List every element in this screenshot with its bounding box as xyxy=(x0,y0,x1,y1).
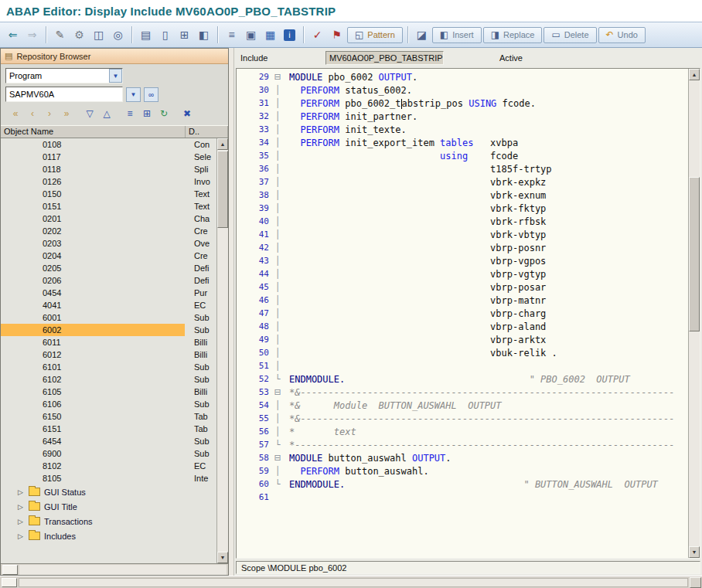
code-line[interactable]: 53⊟*&-----------------------------------… xyxy=(237,386,688,399)
window-hscrollbar[interactable] xyxy=(0,576,702,588)
tree-item-includes[interactable]: ▷Includes xyxy=(1,529,216,543)
editor-scrollbar-thumb[interactable] xyxy=(689,177,700,331)
code-line[interactable]: 42│ vbrp-posnr xyxy=(237,241,688,254)
table-row[interactable]: 6102Sub xyxy=(1,373,216,386)
expander-icon[interactable]: ▷ xyxy=(18,488,25,496)
object-name-cell[interactable]: 0150 xyxy=(1,188,185,200)
object-name-cell[interactable]: 6106 xyxy=(1,398,185,410)
table-row[interactable]: 0151Text xyxy=(1,200,216,212)
object-name-cell[interactable]: 0126 xyxy=(1,175,185,188)
table-row[interactable]: 0204Cre xyxy=(1,250,216,262)
code-line[interactable]: 29⊟MODULE pbo_6002 OUTPUT. xyxy=(237,70,688,83)
editor-scroll-up-icon[interactable]: ▲ xyxy=(689,69,700,80)
code-line[interactable]: 32│ PERFORM init_partner. xyxy=(237,110,688,123)
object-name-cell[interactable]: 6001 xyxy=(1,311,185,324)
table-row[interactable]: 6106Sub xyxy=(1,398,216,410)
code-line[interactable]: 51│ xyxy=(237,359,688,372)
object-name-cell[interactable]: 0204 xyxy=(1,250,185,262)
settings-button[interactable]: ⚙ xyxy=(70,25,88,44)
object-name-cell[interactable]: 4041 xyxy=(1,299,185,311)
copy-button[interactable]: ◫ xyxy=(90,25,107,44)
code-line[interactable]: 50│ vbuk-relik . xyxy=(237,346,688,359)
object-name-cell[interactable]: 8102 xyxy=(1,460,185,472)
code-line[interactable]: 38│ vbrk-exnum xyxy=(237,189,688,202)
syntax-check-button[interactable]: ✓ xyxy=(308,25,326,44)
table-row[interactable]: 0454Pur xyxy=(1,287,216,299)
measure-button[interactable]: ▯ xyxy=(156,25,174,44)
object-name-cell[interactable]: 0203 xyxy=(1,237,185,250)
object-name-cell[interactable]: 6454 xyxy=(1,435,185,447)
next-page-button[interactable]: › xyxy=(41,106,58,121)
hscrollbar-track[interactable] xyxy=(19,565,227,575)
replace-button[interactable]: ◨Replace xyxy=(483,27,543,43)
object-name-cell[interactable]: 0151 xyxy=(1,200,185,212)
display-change-button[interactable]: ✎ xyxy=(51,25,69,44)
table-row[interactable]: 8105Inte xyxy=(1,472,216,484)
code-line[interactable]: 30│ PERFORM status_6002. xyxy=(237,83,688,97)
code-line[interactable]: 56│* text xyxy=(237,425,688,438)
fold-collapse-icon[interactable]: ⊟ xyxy=(272,387,283,397)
code-line[interactable]: 43│ vbrp-vgpos xyxy=(237,254,688,267)
table-row[interactable]: 0201Cha xyxy=(1,212,216,225)
column-header-object-name[interactable]: Object Name xyxy=(1,126,186,138)
concatenate-button[interactable]: ◪ xyxy=(413,25,431,44)
table-row[interactable]: 6150Tab xyxy=(1,410,216,423)
code-line[interactable]: 54│*& Module BUTTON_AUSWAHL OUTPUT xyxy=(237,399,688,412)
object-name-input[interactable] xyxy=(5,87,123,102)
table-row[interactable]: 6011Billi xyxy=(1,336,216,348)
object-name-cell[interactable]: 0108 xyxy=(1,138,185,151)
object-name-cell[interactable]: 0205 xyxy=(1,262,185,274)
hierarchy-button[interactable]: ≡ xyxy=(223,25,240,44)
sort-descending-button[interactable]: ▽ xyxy=(81,106,98,121)
scroll-down-icon[interactable]: ▼ xyxy=(217,552,228,563)
insert-button[interactable]: ◧Insert xyxy=(432,27,482,43)
history-dropdown-button[interactable]: ▼ xyxy=(126,87,141,102)
code-line[interactable]: 35│ using fcode xyxy=(237,149,688,162)
code-line[interactable]: 33│ PERFORM init_texte. xyxy=(237,123,688,136)
tree-item-transactions[interactable]: ▷Transactions xyxy=(1,514,216,529)
delete-button[interactable]: ▭Delete xyxy=(544,27,596,43)
hscrollbar-thumb[interactable] xyxy=(2,565,18,575)
table-row[interactable]: 0205Defi xyxy=(1,262,216,274)
object-name-cell[interactable]: 6101 xyxy=(1,361,185,373)
undo-button[interactable]: ↶Undo xyxy=(598,27,646,43)
object-name-cell[interactable]: 6900 xyxy=(1,447,185,460)
pattern-button[interactable]: ◱Pattern xyxy=(347,27,403,43)
grid-view-button[interactable]: ⊞ xyxy=(138,106,155,121)
code-line[interactable]: 60└ENDMODULE. " BUTTON_AUSWAHL OUTPUT xyxy=(237,478,688,491)
close-browser-button[interactable]: ✖ xyxy=(179,106,196,121)
code-line[interactable]: 59│ PERFORM button_auswahl. xyxy=(237,464,688,478)
editor-scroll-down-icon[interactable]: ▼ xyxy=(689,546,700,558)
code-line[interactable]: 40│ vbrk-rfbsk xyxy=(237,215,688,228)
scroll-up-icon[interactable]: ▲ xyxy=(217,138,228,150)
info-button[interactable]: i xyxy=(281,25,298,44)
expander-icon[interactable]: ▷ xyxy=(18,518,25,525)
table-row[interactable]: 6101Sub xyxy=(1,361,216,373)
table-row[interactable]: 6454Sub xyxy=(1,435,216,447)
print-button[interactable]: ▣ xyxy=(242,25,260,44)
table-row[interactable]: 6012Billi xyxy=(1,348,216,361)
code-line[interactable]: 39│ vbrk-fktyp xyxy=(237,202,688,215)
code-line[interactable]: 41│ vbrk-vbtyp xyxy=(237,228,688,241)
object-name-cell[interactable]: 6105 xyxy=(1,386,185,398)
code-line[interactable]: 47│ vbrp-charg xyxy=(237,307,688,320)
table-row[interactable]: 0206Defi xyxy=(1,274,216,287)
object-name-cell[interactable]: 6002 xyxy=(1,324,185,336)
table-row[interactable]: 0108Con xyxy=(1,138,216,151)
code-editor[interactable]: 29⊟MODULE pbo_6002 OUTPUT.30│ PERFORM st… xyxy=(236,68,700,559)
object-name-cell[interactable]: 0118 xyxy=(1,163,185,175)
object-name-cell[interactable]: 6150 xyxy=(1,410,185,423)
table-row[interactable]: 6151Tab xyxy=(1,423,216,435)
object-name-cell[interactable]: 6102 xyxy=(1,373,185,386)
tree-item-gui-title[interactable]: ▷GUI Title xyxy=(1,499,216,514)
code-line[interactable]: 44│ vbrp-vgtyp xyxy=(237,267,688,280)
expander-icon[interactable]: ▷ xyxy=(18,503,25,511)
code-line[interactable]: 58⊟MODULE button_auswahl OUTPUT. xyxy=(237,451,688,464)
extended-check-button[interactable]: ⚑ xyxy=(328,25,346,44)
window-hscrollbar-track[interactable] xyxy=(19,578,688,587)
tree-view-button[interactable]: ≡ xyxy=(121,106,138,121)
refresh-button[interactable]: ↻ xyxy=(155,106,172,121)
table-row[interactable]: 6001Sub xyxy=(1,311,216,324)
table-row[interactable]: 0203Ove xyxy=(1,237,216,250)
table-row[interactable]: 0126Invo xyxy=(1,175,216,188)
